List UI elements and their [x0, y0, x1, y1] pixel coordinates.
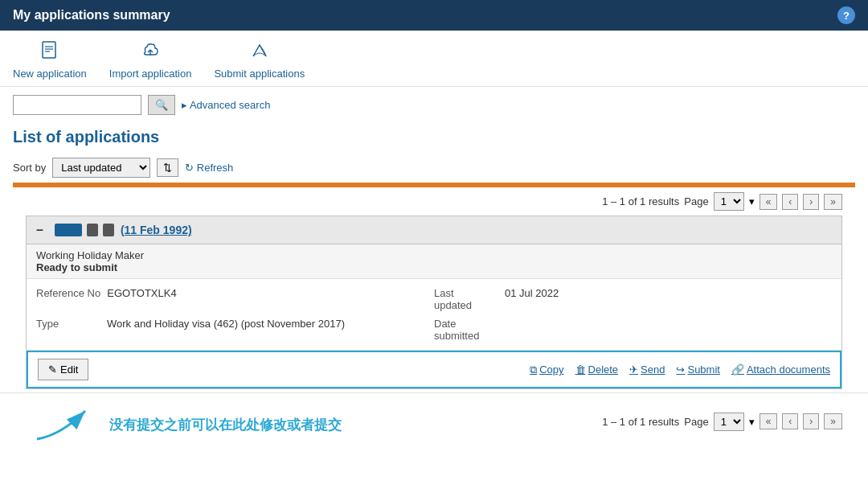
- toolbar: New application Import application Submi…: [0, 31, 868, 87]
- submit-link[interactable]: ↪ Submit: [676, 363, 719, 376]
- send-link[interactable]: ✈ Send: [629, 363, 665, 376]
- help-button[interactable]: ?: [837, 6, 855, 24]
- application-card: – (11 Feb 1992) Working Holiday Maker Re…: [26, 216, 842, 389]
- prev-page-button[interactable]: ‹: [782, 194, 798, 210]
- page-label: Page: [684, 195, 708, 207]
- annotation-arrow: [13, 403, 109, 443]
- sort-select[interactable]: Last updated Reference No Date submitted…: [52, 158, 150, 178]
- bottom-results-count: 1 – 1 of 1 results: [602, 416, 679, 428]
- card-details: Reference No EGOTOTXLK4 Last updated 01 …: [27, 279, 841, 351]
- action-links: ⧉ Copy 🗑 Delete ✈ Send ↪ Submit 🔗 At: [530, 363, 830, 376]
- import-application-label: Import application: [109, 68, 192, 80]
- date-submitted-label2: submitted: [434, 330, 498, 342]
- type-value: Work and Holiday visa (462) (post Novemb…: [107, 318, 345, 342]
- card-subheader: Working Holiday Maker Ready to submit: [27, 244, 841, 279]
- submit-applications-icon: [249, 40, 270, 66]
- refresh-icon: ↻: [185, 162, 194, 174]
- date-submitted-row: Date submitted: [434, 318, 832, 342]
- card-name-blocks: [55, 224, 114, 236]
- annotation-text: 没有提交之前可以在此处修改或者提交: [109, 416, 342, 434]
- sort-direction-icon: ⇅: [163, 162, 172, 174]
- card-collapse-button[interactable]: –: [36, 223, 43, 237]
- type-label: Type: [36, 318, 100, 342]
- delete-link[interactable]: 🗑 Delete: [575, 363, 619, 376]
- refresh-button[interactable]: ↻ Refresh: [185, 162, 233, 174]
- results-area: 1 – 1 of 1 results Page 1 ▾ « ‹ › » – (1…: [13, 183, 855, 389]
- sort-by-label: Sort by: [13, 162, 46, 174]
- reference-row: Reference No EGOTOTXLK4: [36, 287, 434, 311]
- edit-button[interactable]: ✎ Edit: [38, 359, 88, 380]
- bottom-page-chevron: ▾: [749, 416, 755, 428]
- submit-applications-button[interactable]: Submit applications: [214, 40, 305, 80]
- app-title: My applications summary: [13, 8, 170, 23]
- page-select-chevron: ▾: [749, 195, 755, 207]
- new-application-button[interactable]: New application: [13, 40, 87, 80]
- advanced-search-link[interactable]: ▸ Advanced search: [182, 99, 270, 111]
- submit-applications-label: Submit applications: [214, 68, 305, 80]
- date-submitted-label: Date: [434, 318, 498, 330]
- send-icon: ✈: [629, 363, 638, 376]
- type-row: Type Work and Holiday visa (462) (post N…: [36, 318, 434, 342]
- submit-icon: ↪: [676, 363, 685, 376]
- page-select[interactable]: 1: [714, 192, 744, 211]
- attach-documents-link[interactable]: 🔗 Attach documents: [731, 363, 830, 376]
- first-page-button[interactable]: «: [760, 194, 778, 210]
- copy-link[interactable]: ⧉ Copy: [530, 363, 563, 376]
- arrow-down-icon: ▸: [182, 99, 187, 111]
- bottom-last-page-button[interactable]: »: [824, 413, 842, 429]
- reference-value: EGOTOTXLK4: [107, 287, 176, 311]
- last-updated-row: Last updated 01 Jul 2022: [434, 287, 832, 311]
- date-submitted-label-block: Date submitted: [434, 318, 498, 342]
- search-button[interactable]: 🔍: [148, 95, 175, 115]
- name-block-2: [87, 224, 98, 236]
- import-application-icon: [140, 40, 161, 66]
- copy-icon: ⧉: [530, 363, 537, 376]
- list-heading: List of applications: [0, 123, 868, 153]
- last-updated-label2: updated: [434, 299, 498, 311]
- card-visa-type: Working Holiday Maker: [36, 249, 832, 261]
- search-input[interactable]: [13, 95, 141, 115]
- sort-bar: Sort by Last updated Reference No Date s…: [0, 153, 868, 183]
- bottom-first-page-button[interactable]: «: [760, 413, 778, 429]
- new-application-label: New application: [13, 68, 87, 80]
- card-actions: ✎ Edit ⧉ Copy 🗑 Delete ✈ Send ↪ Su: [27, 351, 841, 388]
- search-bar: 🔍 ▸ Advanced search: [0, 87, 868, 123]
- svg-rect-0: [43, 42, 55, 58]
- annotation-bar: 没有提交之前可以在此处修改或者提交 1 – 1 of 1 results Pag…: [0, 392, 868, 450]
- search-icon: 🔍: [155, 99, 168, 111]
- top-pagination: 1 – 1 of 1 results Page 1 ▾ « ‹ › »: [13, 185, 855, 216]
- bottom-page-label: Page: [684, 416, 708, 428]
- next-page-button[interactable]: ›: [803, 194, 819, 210]
- bottom-page-select[interactable]: 1: [714, 413, 744, 431]
- last-updated-label-block: Last updated: [434, 287, 498, 311]
- last-updated-value: 01 Jul 2022: [505, 287, 559, 311]
- last-updated-label: Last: [434, 287, 498, 299]
- import-application-button[interactable]: Import application: [109, 40, 192, 80]
- bottom-pagination: 1 – 1 of 1 results Page 1 ▾ « ‹ › »: [589, 406, 855, 437]
- bottom-next-page-button[interactable]: ›: [803, 413, 819, 429]
- name-block-1: [55, 224, 82, 236]
- card-header: – (11 Feb 1992): [27, 216, 841, 244]
- app-header: My applications summary ?: [0, 0, 868, 31]
- results-count: 1 – 1 of 1 results: [602, 195, 679, 207]
- name-block-3: [103, 224, 114, 236]
- new-application-icon: [39, 40, 60, 66]
- edit-icon: ✎: [48, 363, 57, 376]
- reference-label: Reference No: [36, 287, 100, 311]
- sort-direction-button[interactable]: ⇅: [157, 158, 178, 177]
- attach-icon: 🔗: [731, 363, 744, 376]
- delete-icon: 🗑: [575, 363, 586, 376]
- applicant-name-link[interactable]: (11 Feb 1992): [121, 224, 192, 236]
- bottom-prev-page-button[interactable]: ‹: [782, 413, 798, 429]
- last-page-button[interactable]: »: [824, 194, 842, 210]
- card-status: Ready to submit: [36, 261, 832, 273]
